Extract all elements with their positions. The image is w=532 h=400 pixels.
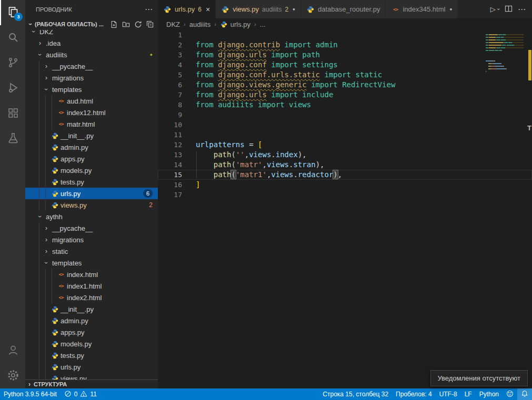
tree-item-views.py[interactable]: views.py2	[25, 199, 158, 211]
code-line-8[interactable]: 8from audiiits import views	[158, 100, 532, 110]
tree-item-audiiits[interactable]: ›audiiits●	[25, 49, 158, 60]
code-line-1[interactable]: 1	[158, 30, 532, 40]
explorer-more-actions-icon[interactable]: ⋯	[145, 5, 153, 14]
tree-item-templates[interactable]: ›templates	[25, 84, 158, 95]
activity-item-account[interactable]	[0, 338, 25, 363]
tab-database_roouter.py[interactable]: database_roouter.py	[301, 0, 386, 18]
code-line-15[interactable]: 15 path('matr1',views.redactor),	[158, 170, 532, 180]
status-indentation[interactable]: Пробелов: 4	[392, 388, 436, 400]
code-line-4[interactable]: 4from django.conf import settings	[158, 60, 532, 70]
tree-item-migrations[interactable]: ›migrations	[25, 72, 158, 84]
activity-item-explorer[interactable]: 3	[0, 0, 25, 25]
code-line-17[interactable]: 17	[158, 190, 532, 200]
tree-item-views.py[interactable]: views.py	[25, 373, 158, 380]
tree-item-__pycache__[interactable]: ›__pycache__	[25, 222, 158, 234]
activity-item-search[interactable]	[0, 25, 25, 50]
breadcrumb-item-audiiits[interactable]: audiiits	[189, 20, 210, 28]
tree-item-models.py[interactable]: models.py	[25, 165, 158, 176]
tree-item-index12.html[interactable]: <>index12.html	[25, 107, 158, 118]
tree-item-templates[interactable]: ›templates	[25, 257, 158, 269]
editor-more-actions[interactable]: ⋯	[518, 5, 526, 14]
tree-item-index2.html[interactable]: <>index2.html	[25, 292, 158, 303]
refresh-button[interactable]	[133, 19, 143, 29]
run-debug-icon	[7, 81, 19, 96]
tree-item-admin.py[interactable]: admin.py	[25, 141, 158, 153]
activity-item-source-control[interactable]	[0, 50, 25, 76]
tree-item-models.py[interactable]: models.py	[25, 338, 158, 350]
status-problems[interactable]: 011	[61, 388, 101, 400]
activity-item-extensions[interactable]	[0, 101, 25, 126]
tree-item-label: __init__.py	[61, 132, 94, 140]
outline-label: СТРУКТУРА	[34, 381, 67, 387]
run-dropdown-icon[interactable]: ›	[496, 8, 501, 10]
status-cursor-position[interactable]: Строка 15, столбец 32	[319, 388, 392, 400]
code-line-3[interactable]: 3from django.urls import path	[158, 50, 532, 60]
tree-item-index1.html[interactable]: <>index1.html	[25, 280, 158, 292]
code-line-14[interactable]: 14 path('matr',views.stran),	[158, 160, 532, 170]
python-file-icon	[51, 351, 59, 360]
code-line-2[interactable]: 2from django.contrib import admin	[158, 40, 532, 50]
tree-item-urls.py[interactable]: urls.py6	[25, 188, 158, 199]
tree-item-aythh[interactable]: ›aythh	[25, 211, 158, 222]
status-encoding[interactable]: UTF-8	[436, 388, 461, 400]
new-file-button[interactable]	[109, 19, 118, 29]
tree-item-__init__.py[interactable]: __init__.py	[25, 130, 158, 141]
code-line-16[interactable]: 16]	[158, 180, 532, 190]
activity-item-settings[interactable]	[0, 363, 25, 388]
code-line-5[interactable]: 5from django.conf.urls.static import sta…	[158, 70, 532, 80]
tree-item-label: index12.html	[67, 109, 106, 117]
code-line-12[interactable]: 12urlpatterns = [	[158, 140, 532, 150]
tree-item-matr.html[interactable]: <>matr.html	[25, 118, 158, 130]
code-editor[interactable]: 12from django.contrib import admin3from …	[158, 30, 532, 388]
run-button[interactable]: ▷	[490, 5, 496, 13]
minimap-line	[486, 37, 524, 38]
breadcrumb-item-...[interactable]: ...	[260, 20, 266, 28]
code-line-text: from django.urls import include	[182, 90, 333, 100]
new-folder-button[interactable]	[121, 19, 131, 29]
activity-item-run-debug[interactable]	[0, 76, 25, 101]
tree-item-tests.py[interactable]: tests.py	[25, 350, 158, 361]
code-line-7[interactable]: 7from django.urls import include	[158, 90, 532, 100]
status-notifications[interactable]	[517, 388, 532, 400]
tree-item-DKZ[interactable]: ›DKZ	[25, 30, 158, 37]
tree-item-.idea[interactable]: ›.idea	[25, 37, 158, 49]
tree-item-__init__.py[interactable]: __init__.py	[25, 303, 158, 315]
activity-item-testing[interactable]	[0, 126, 25, 151]
tree-item-static[interactable]: ›static	[25, 245, 158, 257]
status-language[interactable]: Python	[476, 388, 503, 400]
chevron-right-icon: ›	[184, 21, 186, 27]
status-python-version[interactable]: Python 3.9.5 64-bit	[0, 388, 61, 400]
indent-guide	[45, 141, 46, 153]
minimap[interactable]	[486, 32, 524, 76]
tree-item-tests.py[interactable]: tests.py	[25, 176, 158, 188]
tree-item-apps.py[interactable]: apps.py	[25, 326, 158, 338]
breadcrumb-item-DKZ[interactable]: DKZ	[166, 20, 180, 28]
tab-urls.py[interactable]: urls.py6×	[158, 0, 216, 18]
smiley-icon	[506, 390, 514, 399]
tab-views.py[interactable]: views.pyaudiiits2●	[216, 0, 301, 18]
split-editor-button[interactable]	[505, 5, 513, 14]
code-line-11[interactable]: 11	[158, 130, 532, 140]
minimap-line	[486, 60, 524, 61]
account-icon	[7, 344, 19, 358]
outline-section-header[interactable]: › СТРУКТУРА	[25, 380, 158, 388]
close-icon[interactable]: ×	[206, 5, 210, 14]
tree-item-admin.py[interactable]: admin.py	[25, 315, 158, 326]
tree-item-index.html[interactable]: <>index.html	[25, 269, 158, 280]
tree-item-aud.html[interactable]: <>aud.html	[25, 95, 158, 107]
breadcrumb-item-urls.py[interactable]: urls.py	[220, 20, 250, 28]
code-line-13[interactable]: 13 path('',views.index),	[158, 150, 532, 160]
status-eol[interactable]: LF	[461, 388, 476, 400]
tree-item-__pycache__[interactable]: ›__pycache__	[25, 60, 158, 72]
indent-guide	[52, 95, 52, 107]
tree-item-urls.py[interactable]: urls.py	[25, 361, 158, 373]
tab-index345.html[interactable]: <>index345.html●	[386, 0, 458, 18]
status-feedback[interactable]	[503, 388, 517, 400]
workspace-section-header[interactable]: › (РАБОЧАЯ ОБЛАСТЬ) ...	[25, 18, 158, 30]
code-line-10[interactable]: 10	[158, 120, 532, 130]
tree-item-migrations[interactable]: ›migrations	[25, 234, 158, 245]
tree-item-apps.py[interactable]: apps.py	[25, 153, 158, 165]
code-line-6[interactable]: 6from django.views.generic import Redire…	[158, 80, 532, 90]
code-line-9[interactable]: 9	[158, 110, 532, 120]
collapse-all-button[interactable]	[145, 19, 155, 29]
